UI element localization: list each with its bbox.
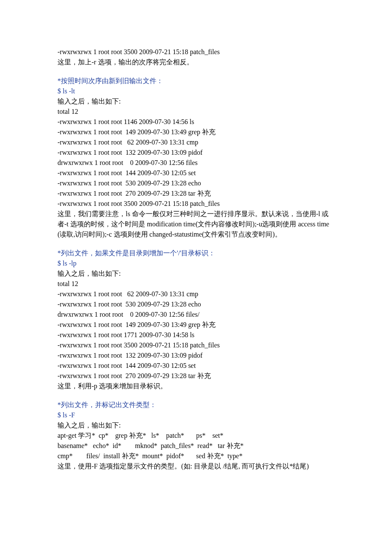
output-line: -rwxrwxrwx 1 root root 270 2009-07-29 13… bbox=[58, 371, 334, 381]
output-line: basename* echo* id* mknod* patch_files* … bbox=[58, 441, 334, 451]
output-label: 输入之后，输出如下: bbox=[58, 420, 334, 431]
command-line: $ ls -F bbox=[58, 410, 334, 420]
output-line: -rwxrwxrwx 1 root root 149 2009-07-30 13… bbox=[58, 127, 334, 137]
document-page: -rwxrwxrwx 1 root root 3500 2009-07-21 1… bbox=[0, 0, 392, 555]
output-line: -rwxrwxrwx 1 root root 62 2009-07-30 13:… bbox=[58, 137, 334, 147]
output-line: -rwxrwxrwx 1 root root 144 2009-07-30 12… bbox=[58, 361, 334, 371]
output-line: apt-get 学习* cp* grep 补充* ls* patch* ps* … bbox=[58, 431, 334, 441]
output-line: -rwxrwxrwx 1 root root 3500 2009-07-21 1… bbox=[58, 47, 334, 57]
command-line: $ ls -lp bbox=[58, 258, 334, 269]
output-line: total 12 bbox=[58, 279, 334, 289]
output-line: -rwxrwxrwx 1 root root 3500 2009-07-21 1… bbox=[58, 199, 334, 209]
output-line: -rwxrwxrwx 1 root root 530 2009-07-29 13… bbox=[58, 178, 334, 188]
output-line: -rwxrwxrwx 1 root root 530 2009-07-29 13… bbox=[58, 299, 334, 309]
output-line: -rwxrwxrwx 1 root root 132 2009-07-30 13… bbox=[58, 147, 334, 158]
output-line: -rwxrwxrwx 1 root root 62 2009-07-30 13:… bbox=[58, 289, 334, 299]
explain-text: 这里，使用-F 选项指定显示文件的类型。(如: 目录是以 /结尾, 而可执行文件… bbox=[58, 461, 334, 471]
output-line: -rwxrwxrwx 1 root root 270 2009-07-29 13… bbox=[58, 188, 334, 199]
output-label: 输入之后，输出如下: bbox=[58, 269, 334, 279]
section-title: *列出文件，并标记出文件类型： bbox=[58, 400, 334, 410]
output-label: 输入之后，输出如下: bbox=[58, 96, 334, 107]
section-prev-tail: -rwxrwxrwx 1 root root 3500 2009-07-21 1… bbox=[58, 47, 334, 67]
explain-text: 这里，加上-r 选项，输出的次序将完全相反。 bbox=[58, 57, 334, 67]
output-line: -rwxrwxrwx 1 root root 1146 2009-07-30 1… bbox=[58, 117, 334, 127]
explain-text: 这里，我们需要注意，ls 命令一般仅对三种时间之一进行排序显示。默认来说，当使用… bbox=[58, 209, 334, 240]
output-line: -rwxrwxrwx 1 root root 1771 2009-07-30 1… bbox=[58, 330, 334, 340]
output-line: cmp* files/ install 补充* mount* pidof* se… bbox=[58, 451, 334, 461]
section-ls-lp: *列出文件，如果文件是目录则增加一个'/'目录标识： $ ls -lp 输入之后… bbox=[58, 248, 334, 391]
output-line: drwxrwxrwx 1 root root 0 2009-07-30 12:5… bbox=[58, 309, 334, 320]
output-line: total 12 bbox=[58, 107, 334, 117]
explain-text: 这里，利用-p 选项来增加目录标识。 bbox=[58, 381, 334, 391]
section-ls-lt: *按照时间次序由新到旧输出文件： $ ls -lt 输入之后，输出如下: tot… bbox=[58, 76, 334, 240]
section-title: *按照时间次序由新到旧输出文件： bbox=[58, 76, 334, 86]
output-line: -rwxrwxrwx 1 root root 3500 2009-07-21 1… bbox=[58, 340, 334, 350]
output-line: drwxrwxrwx 1 root root 0 2009-07-30 12:5… bbox=[58, 158, 334, 168]
section-ls-f: *列出文件，并标记出文件类型： $ ls -F 输入之后，输出如下: apt-g… bbox=[58, 400, 334, 471]
command-line: $ ls -lt bbox=[58, 86, 334, 96]
section-title: *列出文件，如果文件是目录则增加一个'/'目录标识： bbox=[58, 248, 334, 258]
output-line: -rwxrwxrwx 1 root root 144 2009-07-30 12… bbox=[58, 168, 334, 178]
output-line: -rwxrwxrwx 1 root root 132 2009-07-30 13… bbox=[58, 350, 334, 361]
output-line: -rwxrwxrwx 1 root root 149 2009-07-30 13… bbox=[58, 320, 334, 330]
